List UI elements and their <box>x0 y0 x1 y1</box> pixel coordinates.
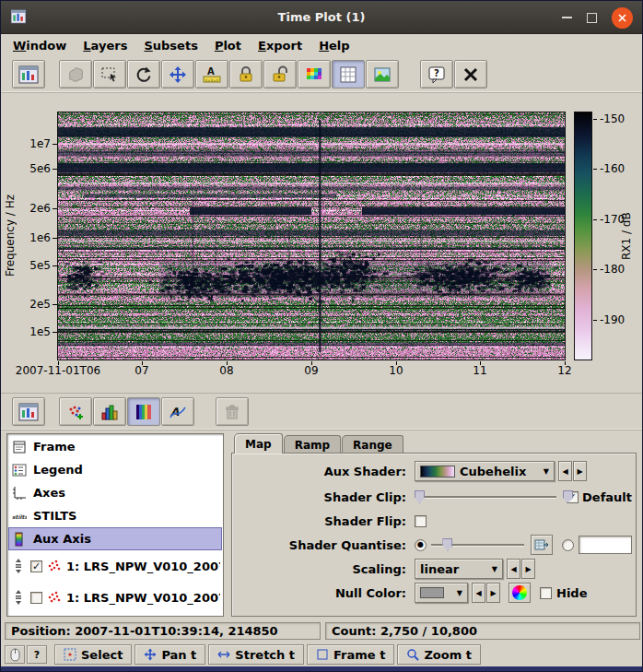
x-tick: 11 <box>473 364 486 377</box>
mouse-help-button[interactable] <box>5 645 25 664</box>
layer-row-1[interactable]: ✓ 1: LRS_NPW_V010_2007 <box>8 550 222 582</box>
add-spectrogram-layer-button[interactable] <box>127 397 160 426</box>
stack-item-frame[interactable]: Frame <box>8 435 222 458</box>
aux-shader-label: Aux Shader: <box>236 465 415 478</box>
y-tick: 5e6 <box>6 162 51 175</box>
nav-help-button[interactable]: ? <box>27 645 47 664</box>
null-color-prev-button[interactable]: ◀ <box>472 583 485 603</box>
scatter-marks-icon <box>46 590 63 605</box>
menu-subsets[interactable]: Subsets <box>135 36 205 55</box>
minimize-icon[interactable] <box>562 17 572 18</box>
layer-row-2[interactable]: 1: LRS_NPW_V010_2007 <box>8 582 222 613</box>
quantise-slider[interactable] <box>431 537 524 552</box>
maximize-icon[interactable] <box>587 13 597 23</box>
null-color-label: Null Color: <box>236 586 415 600</box>
export-image-button[interactable] <box>366 60 399 88</box>
hide-checkbox[interactable] <box>540 587 552 599</box>
frame-icon <box>316 648 329 661</box>
aux-shader-button[interactable] <box>298 60 331 88</box>
delete-layer-button[interactable] <box>216 397 249 426</box>
x-tick: 09 <box>304 364 318 377</box>
add-function-layer-button[interactable]: A <box>161 397 194 426</box>
stack-item-stilts[interactable]: stilts STILTS <box>8 504 222 527</box>
stack-item-legend[interactable]: Legend <box>8 458 222 481</box>
stack-item-aux-axis[interactable]: Aux Axis <box>8 527 222 550</box>
menu-export[interactable]: Export <box>250 36 310 55</box>
menu-window[interactable]: Window <box>5 36 75 55</box>
pan-t-mode-button[interactable]: Pan t <box>134 644 205 665</box>
stilts-icon: stilts <box>11 509 28 524</box>
layer-visibility-checkbox[interactable] <box>30 592 42 604</box>
new-plot-window-button[interactable] <box>12 60 45 88</box>
shader-clip-slider[interactable] <box>415 489 556 504</box>
quantise-submit-button[interactable] <box>531 535 553 555</box>
lock-axes-button[interactable] <box>229 60 263 88</box>
tab-ramp[interactable]: Ramp <box>284 435 341 454</box>
null-color-select[interactable]: ▼ <box>415 583 468 603</box>
map-tab-content: Aux Shader: Cubehelix ▼ ◀ ▶ Shader Clip: <box>231 453 637 617</box>
scaling-prev-button[interactable]: ◀ <box>507 559 520 579</box>
replot-button[interactable] <box>127 60 160 88</box>
layer-label: 1: LRS_NPW_V010_2007 <box>66 560 220 573</box>
scaling-next-button[interactable]: ▶ <box>521 559 535 579</box>
menu-plot[interactable]: Plot <box>206 36 250 55</box>
legend-icon <box>11 463 28 477</box>
select-icon <box>64 648 76 661</box>
shader-quantise-label: Shader Quantise: <box>236 538 415 552</box>
shader-next-button[interactable]: ▶ <box>573 461 587 481</box>
add-histogram-layer-button[interactable] <box>93 397 126 426</box>
select-region-button[interactable] <box>93 60 126 88</box>
shader-quantise-row: Shader Quantise: ● <box>236 534 632 556</box>
help-button[interactable]: ? <box>420 60 453 88</box>
y-tick: 5e5 <box>6 259 51 272</box>
scaling-select[interactable]: linear ▼ <box>415 559 503 579</box>
spectrogram-plot[interactable] <box>57 112 566 360</box>
stack-item-label: Frame <box>33 440 76 454</box>
title-bar[interactable]: Time Plot (1) <box>1 1 642 34</box>
magnifier-icon <box>406 648 419 661</box>
clip-low-handle[interactable] <box>415 490 425 503</box>
control-area: Frame Legend Axes stilts STILTS Aux Axis… <box>1 430 642 620</box>
stack-item-label: STILTS <box>33 509 76 523</box>
select-mode-button[interactable]: Select <box>54 644 132 665</box>
svg-text:?: ? <box>434 68 439 78</box>
tab-range[interactable]: Range <box>342 435 403 454</box>
quantise-handle[interactable] <box>442 538 452 551</box>
pan-button[interactable] <box>161 60 194 88</box>
spectrogram-canvas[interactable] <box>58 112 565 360</box>
reorder-updown-icon[interactable] <box>10 588 27 607</box>
x-tick: 08 <box>219 364 233 377</box>
shader-prev-button[interactable]: ◀ <box>558 461 572 481</box>
quantise-value-field[interactable] <box>579 536 632 554</box>
color-picker-button[interactable] <box>509 583 531 603</box>
tab-map[interactable]: Map <box>234 433 283 454</box>
menu-layers[interactable]: Layers <box>75 36 135 55</box>
stack-item-axes[interactable]: Axes <box>8 481 222 504</box>
stretch-t-mode-button[interactable]: Stretch t <box>208 644 304 665</box>
shader-flip-checkbox[interactable] <box>415 515 427 527</box>
add-scatter-layer-button[interactable] <box>59 397 92 426</box>
new-plot-window-button-2[interactable] <box>12 397 45 426</box>
menu-help[interactable]: Help <box>310 36 357 55</box>
layer-visibility-checkbox[interactable]: ✓ <box>30 560 42 572</box>
quantise-slider-radio[interactable]: ● <box>415 539 427 551</box>
close-icon[interactable] <box>612 7 633 29</box>
axis-measure-button[interactable]: A <box>195 60 228 88</box>
shader-flip-label: Shader Flip: <box>236 514 415 528</box>
lock-frame-button[interactable] <box>263 60 297 88</box>
aux-shader-select[interactable]: Cubehelix ▼ <box>415 461 555 481</box>
stack-item-label: Aux Axis <box>33 532 91 546</box>
null-color-swatch <box>420 587 444 598</box>
frame-t-mode-button[interactable]: Frame t <box>307 644 394 665</box>
reorder-updown-icon[interactable] <box>10 557 27 575</box>
zoom-t-mode-button[interactable]: Zoom t <box>397 644 481 665</box>
grid-toggle-button[interactable] <box>332 60 365 88</box>
subset-blob-button[interactable] <box>59 60 92 88</box>
svg-text:A: A <box>207 66 215 77</box>
null-color-next-button[interactable]: ▶ <box>486 583 500 603</box>
close-window-button[interactable] <box>454 60 487 88</box>
menu-bar: Window Layers Subsets Plot Export Help <box>1 34 642 56</box>
scaling-label: Scaling: <box>236 562 415 576</box>
quantise-value-radio[interactable] <box>562 539 574 551</box>
x-tick: 12 <box>557 364 571 377</box>
